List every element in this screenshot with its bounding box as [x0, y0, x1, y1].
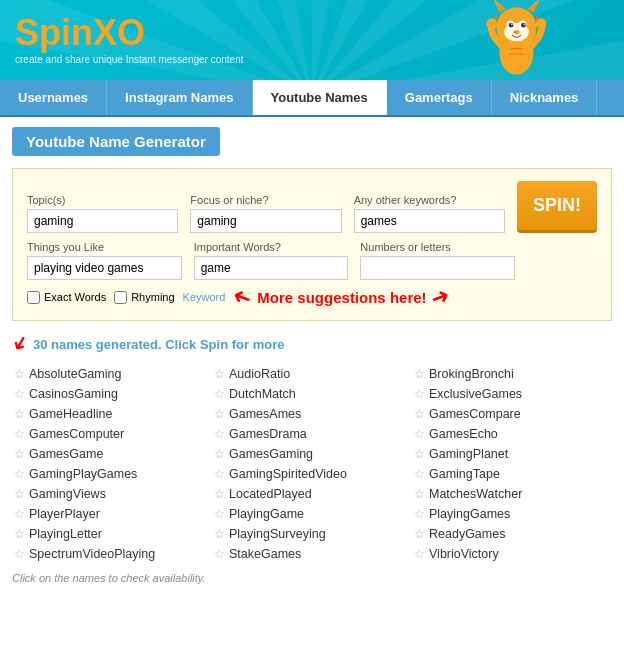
name-text: GamingPlayGames [29, 467, 137, 481]
name-item[interactable]: ☆PlayerPlayer [12, 504, 212, 524]
star-icon: ☆ [414, 407, 425, 421]
logo-spin: Spin [15, 12, 93, 53]
header: SpinXO create and share unique Instant m… [0, 0, 624, 80]
results-spin-link[interactable]: Spin [200, 337, 228, 352]
name-item[interactable]: ☆GamingViews [12, 484, 212, 504]
name-text: GamesEcho [429, 427, 498, 441]
name-text: GamesGaming [229, 447, 313, 461]
name-item[interactable]: ☆PlayingLetter [12, 524, 212, 544]
name-item[interactable]: ☆CasinosGaming [12, 384, 212, 404]
exact-words-label: Exact Words [44, 291, 106, 303]
name-text: ReadyGames [429, 527, 505, 541]
form-options-row: Exact Words Rhyming Keyword ➜ More sugge… [27, 284, 597, 310]
name-text: GameHeadline [29, 407, 112, 421]
star-icon: ☆ [214, 547, 225, 561]
star-icon: ☆ [214, 407, 225, 421]
name-item[interactable]: ☆GameHeadline [12, 404, 212, 424]
name-item[interactable]: ☆GamesEcho [412, 424, 612, 444]
name-text: AudioRatio [229, 367, 290, 381]
exact-words-group: Exact Words [27, 291, 106, 304]
star-icon: ☆ [214, 487, 225, 501]
name-item[interactable]: ☆PlayingGames [412, 504, 612, 524]
form-area: Topic(s) Focus or niche? Any other keywo… [12, 168, 612, 321]
important-input[interactable] [194, 256, 349, 280]
name-text: PlayingLetter [29, 527, 102, 541]
rhyming-checkbox[interactable] [114, 291, 127, 304]
name-item[interactable]: ☆PlayingSurveying [212, 524, 412, 544]
name-text: BrokingBronchi [429, 367, 514, 381]
name-item[interactable]: ☆ExclusiveGames [412, 384, 612, 404]
name-item[interactable]: ☆GamingPlanet [412, 444, 612, 464]
name-item[interactable]: ☆GamesComputer [12, 424, 212, 444]
star-icon: ☆ [414, 527, 425, 541]
focus-input[interactable] [190, 209, 341, 233]
name-item[interactable]: ☆DutchMatch [212, 384, 412, 404]
things-group: Things you Like [27, 241, 182, 280]
arrow-icon-right: ➜ [427, 282, 453, 313]
name-text: GamesDrama [229, 427, 307, 441]
numbers-group: Numbers or letters [360, 241, 515, 280]
keyword-link[interactable]: Keyword [183, 291, 226, 303]
things-input[interactable] [27, 256, 182, 280]
name-item[interactable]: ☆MatchesWatcher [412, 484, 612, 504]
name-text: GamesGame [29, 447, 103, 461]
star-icon: ☆ [214, 427, 225, 441]
name-item[interactable]: ☆AudioRatio [212, 364, 412, 384]
name-text: CasinosGaming [29, 387, 118, 401]
name-item[interactable]: ☆LocatedPlayed [212, 484, 412, 504]
name-item[interactable]: ☆BrokingBronchi [412, 364, 612, 384]
star-icon: ☆ [214, 367, 225, 381]
nav-item-gamertags[interactable]: Gamertags [387, 80, 492, 115]
name-item[interactable]: ☆ReadyGames [412, 524, 612, 544]
name-item[interactable]: ☆PlayingGame [212, 504, 412, 524]
names-grid: ☆AbsoluteGaming☆AudioRatio☆BrokingBronch… [12, 364, 612, 564]
name-text: VibrioVictory [429, 547, 499, 561]
footer-note: Click on the names to check availability… [12, 572, 612, 584]
name-item[interactable]: ☆GamesCompare [412, 404, 612, 424]
star-icon: ☆ [214, 387, 225, 401]
svg-point-14 [486, 18, 497, 29]
name-item[interactable]: ☆StakeGames [212, 544, 412, 564]
mascot [474, 0, 564, 80]
exact-words-checkbox[interactable] [27, 291, 40, 304]
name-text: DutchMatch [229, 387, 296, 401]
nav-item-youtube[interactable]: Youtube Names [253, 80, 387, 115]
results-suffix: for more [232, 337, 285, 352]
name-item[interactable]: ☆GamesGame [12, 444, 212, 464]
star-icon: ☆ [414, 547, 425, 561]
things-label: Things you Like [27, 241, 182, 253]
star-icon: ☆ [214, 527, 225, 541]
keywords-group: Any other keywords? [354, 194, 505, 233]
logo: SpinXO [15, 15, 243, 51]
name-text: GamingViews [29, 487, 106, 501]
numbers-label: Numbers or letters [360, 241, 515, 253]
nav-item-usernames[interactable]: Usernames [0, 80, 107, 115]
name-item[interactable]: ☆GamesAmes [212, 404, 412, 424]
nav-item-instagram[interactable]: Instagram Names [107, 80, 252, 115]
name-item[interactable]: ☆GamingTape [412, 464, 612, 484]
name-item[interactable]: ☆GamingPlayGames [12, 464, 212, 484]
topics-input[interactable] [27, 209, 178, 233]
spin-button[interactable]: SPIN! [517, 181, 597, 233]
star-icon: ☆ [14, 447, 25, 461]
name-item[interactable]: ☆SpectrumVideoPlaying [12, 544, 212, 564]
name-item[interactable]: ☆GamingSpiritedVideo [212, 464, 412, 484]
nav-item-nicknames[interactable]: Nicknames [492, 80, 598, 115]
star-icon: ☆ [14, 507, 25, 521]
focus-label: Focus or niche? [190, 194, 341, 206]
name-item[interactable]: ☆GamesDrama [212, 424, 412, 444]
name-text: GamingPlanet [429, 447, 508, 461]
main-content: Youtube Name Generator Topic(s) Focus or… [0, 117, 624, 594]
name-item[interactable]: ☆VibrioVictory [412, 544, 612, 564]
name-item[interactable]: ☆GamesGaming [212, 444, 412, 464]
name-text: ExclusiveGames [429, 387, 522, 401]
name-text: GamesComputer [29, 427, 124, 441]
name-item[interactable]: ☆AbsoluteGaming [12, 364, 212, 384]
name-text: StakeGames [229, 547, 301, 561]
results-arrow: ➜ [6, 330, 35, 357]
results-count-text: 30 names generated. Click [33, 337, 196, 352]
numbers-input[interactable] [360, 256, 515, 280]
keywords-input[interactable] [354, 209, 505, 233]
focus-group: Focus or niche? [190, 194, 341, 233]
form-row-1: Topic(s) Focus or niche? Any other keywo… [27, 181, 597, 233]
